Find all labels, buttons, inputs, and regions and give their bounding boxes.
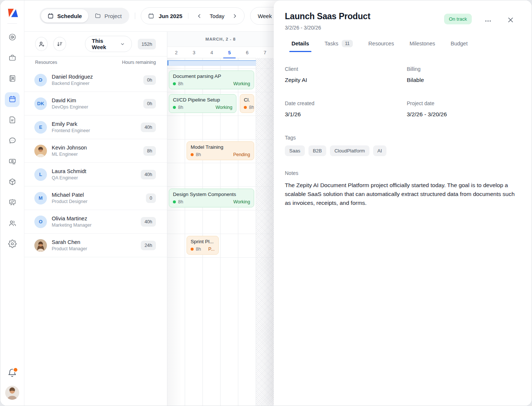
sidebar-item-team[interactable] <box>5 216 20 231</box>
sidebar-item-contacts[interactable] <box>5 72 20 86</box>
tags-section: Tags SaasB2BCloudPlatformAI <box>285 135 516 156</box>
close-icon <box>507 16 515 24</box>
sidebar-item-projects[interactable] <box>5 51 20 66</box>
tab-milestones[interactable]: Milestones <box>407 40 437 52</box>
tab-count-badge: 11 <box>342 40 353 47</box>
sidebar-item-settings[interactable] <box>5 237 20 252</box>
schedule-toggle-label: Schedule <box>57 13 82 19</box>
resource-name: Daniel Rodriguez <box>52 74 93 80</box>
grid-day-headers: 234567 <box>167 47 274 58</box>
project-toggle-label: Project <box>105 13 122 19</box>
avatar-initials: L <box>34 168 47 181</box>
avatar-initials: E <box>34 121 47 134</box>
folder-icon <box>95 13 101 19</box>
tab-details[interactable]: Details <box>289 40 311 52</box>
tab-resources[interactable]: Resources <box>366 40 396 52</box>
next-period-button[interactable] <box>229 10 241 21</box>
schedule-toggle[interactable]: Schedule <box>41 9 88 23</box>
user-avatar[interactable] <box>5 386 19 400</box>
day-header-3[interactable]: 3 <box>185 47 203 58</box>
resource-row[interactable]: DKDavid KimDevOps Engineer0h <box>24 92 167 116</box>
project-range-bar[interactable] <box>167 60 256 66</box>
day-header-2[interactable]: 2 <box>167 47 185 58</box>
day-header-5[interactable]: 5 <box>221 47 238 58</box>
week-filter-select[interactable]: This Week <box>85 36 132 52</box>
notifications-button[interactable] <box>7 368 17 378</box>
resource-row[interactable]: MMichael PatelProduct Designer0 <box>24 186 167 210</box>
sidebar-item-schedule[interactable] <box>5 92 20 107</box>
task-card[interactable]: CI/CD Pipeline Setup8hWorking <box>169 94 236 113</box>
add-resource-button[interactable] <box>35 37 48 51</box>
hours-remaining-badge: 40h <box>141 123 156 132</box>
tag-list: SaasB2BCloudPlatformAI <box>285 145 516 156</box>
more-options-button[interactable] <box>483 16 493 27</box>
status-dot-icon <box>244 106 247 109</box>
person-add-icon <box>38 41 45 48</box>
task-card[interactable]: Sprint Pl...8hP... <box>187 236 219 255</box>
resource-identity: David KimDevOps Engineer <box>52 97 88 110</box>
app-logo[interactable] <box>5 6 20 20</box>
total-hours-badge: 152h <box>138 39 156 49</box>
hours-column-label: Hours remaining <box>122 60 156 65</box>
sidebar-item-goals[interactable] <box>5 30 20 45</box>
hours-remaining-badge: 0 <box>146 193 156 203</box>
chevron-left-icon <box>197 13 202 19</box>
detail-field: Project date3/2/26 - 3/20/26 <box>407 100 516 118</box>
sort-button[interactable] <box>53 37 66 51</box>
panel-titles: Launch Saas Product 3/2/26 - 3/20/26 <box>285 11 444 31</box>
project-toggle[interactable]: Project <box>88 9 128 23</box>
team-icon <box>8 219 17 229</box>
task-card[interactable]: Model Training8hPending <box>187 141 254 160</box>
task-card[interactable]: Document parsing AP8hWorking <box>169 70 254 89</box>
tag-chip: CloudPlatform <box>330 145 369 156</box>
field-label: Client <box>285 66 407 72</box>
tab-tasks[interactable]: Tasks11 <box>323 39 355 53</box>
sidebar-item-packages[interactable] <box>5 175 20 190</box>
sidebar-item-messages[interactable] <box>5 134 20 148</box>
day-header-7[interactable]: 7 <box>256 47 274 58</box>
field-value: 3/1/26 <box>285 111 407 118</box>
resource-row[interactable]: Kevin JohnsonML Engineer8h <box>24 139 167 163</box>
today-button[interactable]: Today <box>210 13 225 19</box>
task-meta: 8hWorking <box>173 81 250 86</box>
close-panel-button[interactable] <box>505 14 516 27</box>
day-header-6[interactable]: 6 <box>238 47 256 58</box>
resource-identity: Sarah ChenProduct Manager <box>52 239 87 251</box>
sidebar-item-documents[interactable] <box>5 113 20 128</box>
calendar-icon <box>8 95 17 105</box>
resource-role: Product Manager <box>52 246 87 251</box>
task-card[interactable]: Design System Components8hWorking <box>169 189 254 207</box>
task-card[interactable]: Cl...8h <box>240 94 254 113</box>
panel-header: Launch Saas Product 3/2/26 - 3/20/26 On … <box>274 0 532 31</box>
notes-label: Notes <box>285 170 516 176</box>
sidebar-item-reports[interactable] <box>5 196 20 210</box>
resource-row[interactable]: Sarah ChenProduct Manager24h <box>24 234 167 257</box>
sidebar-item-payments[interactable] <box>5 154 20 169</box>
avatar-initials: M <box>34 192 47 204</box>
logo-icon <box>6 7 18 19</box>
resource-column-headers: Resources Hours remaining <box>24 56 167 68</box>
task-status: Working <box>233 81 250 86</box>
prev-period-button[interactable] <box>194 10 205 21</box>
avatar-initials: O <box>34 216 47 228</box>
task-hours: 8h <box>196 247 201 252</box>
tab-label: Details <box>291 41 309 47</box>
hours-remaining-badge: 0h <box>143 75 156 85</box>
sidebar-divider <box>7 23 17 24</box>
task-meta: 8hWorking <box>173 199 250 204</box>
package-icon <box>8 178 17 187</box>
status-badge: On track <box>444 14 472 24</box>
resource-row[interactable]: DDaniel RodriguezBackend Engineer0h <box>24 68 167 92</box>
day-header-4[interactable]: 4 <box>203 47 221 58</box>
sidebar-nav <box>5 30 20 252</box>
tab-budget[interactable]: Budget <box>449 40 470 52</box>
avatar-photo <box>34 239 47 252</box>
resource-row[interactable]: OOlivia MartinezMarketing Manager40h <box>24 210 167 234</box>
resource-row[interactable]: EEmily ParkFrontend Engineer40h <box>24 116 167 139</box>
hours-remaining-badge: 24h <box>141 241 156 250</box>
settings-icon <box>8 240 17 250</box>
task-hours: 8h <box>249 105 254 110</box>
schedule-grid: MARCH, 2 - 8 234567 Document parsing AP8… <box>167 32 274 406</box>
resource-row[interactable]: LLaura SchmidtQA Engineer40h <box>24 163 167 186</box>
tags-label: Tags <box>285 135 516 141</box>
